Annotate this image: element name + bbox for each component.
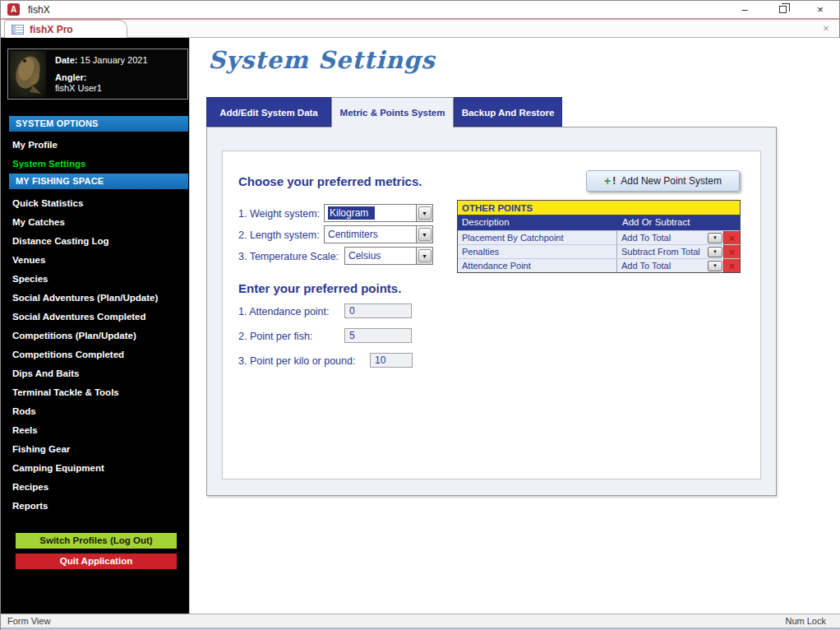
- row-delete-button[interactable]: ×: [723, 259, 740, 272]
- restore-icon: [779, 6, 787, 13]
- close-button[interactable]: ×: [801, 1, 839, 18]
- sidebar-item-quick-statistics[interactable]: Quick Statistics: [12, 194, 185, 213]
- delete-x-icon: ×: [729, 260, 736, 272]
- table-row: Placement By Catchpoint Add To Total ▼ ×: [458, 230, 740, 244]
- row-action-value: Add To Total: [617, 259, 707, 272]
- metrics-heading: Choose your preferred metrics.: [238, 174, 422, 188]
- close-icon: ×: [817, 3, 824, 16]
- sidebar-item-reports[interactable]: Reports: [12, 497, 185, 516]
- fish-image: [10, 51, 46, 97]
- point-per-kilo-label: 3. Point per kilo or pound:: [238, 355, 355, 367]
- sidebar-item-rods[interactable]: Rods: [12, 402, 185, 421]
- row-delete-button[interactable]: ×: [723, 231, 740, 244]
- other-points-title: OTHER POINTS: [458, 201, 740, 215]
- sidebar-item-my-catches[interactable]: My Catches: [12, 213, 185, 232]
- settings-tabs: Add/Edit System Data Metric & Points Sys…: [206, 97, 562, 127]
- weight-system-dropdown-button[interactable]: ▼: [416, 205, 432, 221]
- sidebar-item-species[interactable]: Species: [12, 270, 185, 289]
- app-body: Date: 15 January 2021 Angler: fishX User…: [1, 38, 840, 614]
- row-action-dropdown[interactable]: ▼: [707, 231, 723, 244]
- access-logo-letter: A: [11, 5, 16, 14]
- other-points-header-row: Description Add Or Subtract: [458, 215, 740, 230]
- temperature-scale-value: Celsius: [345, 248, 416, 264]
- document-tab-fishx-pro[interactable]: fishX Pro: [4, 20, 127, 38]
- sidebar-item-dips-and-baits[interactable]: Dips And Baits: [12, 364, 185, 383]
- status-bar: Form View Num Lock: [1, 614, 840, 628]
- delete-x-icon: ×: [729, 246, 736, 258]
- tab-content-panel: Choose your preferred metrics. 1. Weight…: [206, 127, 777, 496]
- sidebar-item-competitions-completed[interactable]: Competitions Completed: [12, 345, 185, 364]
- document-close-icon[interactable]: ×: [819, 22, 833, 35]
- minimize-button[interactable]: –: [726, 1, 764, 18]
- other-points-table: OTHER POINTS Description Add Or Subtract…: [457, 200, 741, 273]
- angler-value: fishX User1: [55, 83, 148, 94]
- minimize-icon: –: [741, 3, 747, 16]
- quit-application-button[interactable]: Quit Application: [15, 553, 178, 570]
- sidebar-item-my-profile[interactable]: My Profile: [12, 137, 185, 153]
- tab-add-edit-system-data[interactable]: Add/Edit System Data: [206, 97, 331, 127]
- restore-button[interactable]: [764, 1, 801, 18]
- point-per-kilo-input[interactable]: [370, 353, 413, 368]
- row-description: Penalties: [458, 245, 617, 258]
- sidebar-item-competitions-plan[interactable]: Competitions (Plan/Update): [12, 327, 185, 345]
- row-description: Attendance Point: [458, 259, 617, 272]
- sidebar-item-fishing-gear[interactable]: Fishing Gear: [12, 440, 185, 459]
- status-num-lock: Num Lock: [785, 616, 826, 626]
- profile-date-line: Date: 15 January 2021: [55, 55, 148, 66]
- app-window: A fishX – × fishX Pro ×: [0, 0, 840, 630]
- sidebar-nav-list: Quick Statistics My Catches Distance Cas…: [12, 194, 187, 516]
- sidebar-item-reels[interactable]: Reels: [12, 421, 185, 440]
- page-title: System Settings: [208, 46, 436, 74]
- profile-photo: [10, 51, 46, 97]
- table-row: Penalties Subtract From Total ▼ ×: [458, 244, 740, 258]
- main-content: System Settings Add/Edit System Data Met…: [190, 38, 840, 614]
- switch-profiles-button[interactable]: Switch Profiles (Log Out): [15, 532, 178, 549]
- angler-label: Angler:: [55, 72, 148, 83]
- sidebar-item-camping-equipment[interactable]: Camping Equipment: [12, 459, 185, 478]
- sidebar-item-distance-casting-log[interactable]: Distance Casting Log: [12, 232, 185, 251]
- plus-icon: +: [604, 174, 611, 188]
- delete-x-icon: ×: [729, 232, 736, 244]
- form-icon: [12, 25, 24, 35]
- row-action-dropdown[interactable]: ▼: [707, 259, 723, 272]
- tab-backup-and-restore[interactable]: Backup And Restore: [454, 97, 562, 127]
- sidebar-item-venues[interactable]: Venues: [12, 251, 185, 270]
- sidebar-item-social-adventures-plan[interactable]: Social Adventures (Plan/Update): [12, 289, 185, 308]
- point-per-fish-input[interactable]: [344, 328, 412, 343]
- sidebar-item-social-adventures-completed[interactable]: Social Adventures Completed: [12, 308, 185, 327]
- temperature-scale-dropdown-button[interactable]: ▼: [416, 248, 432, 264]
- length-system-combobox[interactable]: Centimiters ▼: [324, 225, 433, 243]
- column-header-add-or-subtract: Add Or Subtract: [618, 215, 740, 230]
- sidebar-item-terminal-tackle-tools[interactable]: Terminal Tackle & Tools: [12, 383, 185, 402]
- add-new-point-system-button[interactable]: +! Add New Point System: [586, 170, 740, 192]
- temperature-scale-combobox[interactable]: Celsius ▼: [344, 247, 433, 265]
- tab-metric-points-system[interactable]: Metric & Points System: [331, 97, 454, 127]
- sidebar-header-system-options: SYSTEM OPTIONS: [9, 116, 188, 132]
- points-heading: Enter your preferred points.: [238, 281, 401, 295]
- temperature-scale-label: 3. Temperature Scale:: [238, 251, 339, 262]
- profile-box: Date: 15 January 2021 Angler: fishX User…: [7, 49, 188, 100]
- sidebar-item-recipes[interactable]: Recipes: [12, 478, 185, 497]
- length-system-dropdown-button[interactable]: ▼: [416, 226, 432, 243]
- sidebar-item-system-settings[interactable]: System Settings: [12, 155, 185, 172]
- attendance-point-input[interactable]: [344, 303, 412, 318]
- exclaim-icon: !: [612, 175, 616, 187]
- weight-system-label: 1. Weight system:: [238, 208, 320, 220]
- metric-points-panel: Choose your preferred metrics. 1. Weight…: [222, 151, 761, 479]
- length-system-value: Centimiters: [325, 226, 416, 243]
- column-header-description: Description: [458, 215, 618, 230]
- row-delete-button[interactable]: ×: [723, 245, 740, 258]
- chevron-down-icon: ▼: [708, 233, 722, 243]
- profile-text: Date: 15 January 2021 Angler: fishX User…: [48, 49, 148, 99]
- weight-system-combobox[interactable]: Kilogram ▼: [324, 204, 433, 222]
- table-row: Attendance Point Add To Total ▼ ×: [458, 258, 740, 272]
- chevron-down-icon: ▼: [418, 249, 432, 262]
- document-tabbar: fishX Pro ×: [1, 20, 839, 38]
- row-action-dropdown[interactable]: ▼: [707, 245, 723, 258]
- point-per-fish-label: 2. Point per fish:: [238, 331, 312, 342]
- status-view-mode: Form View: [7, 616, 50, 626]
- date-value: 15 January 2021: [81, 55, 148, 65]
- titlebar: A fishX – ×: [1, 1, 839, 18]
- document-tab-label: fishX Pro: [30, 24, 73, 35]
- attendance-point-label: 1. Attendance point:: [238, 306, 330, 317]
